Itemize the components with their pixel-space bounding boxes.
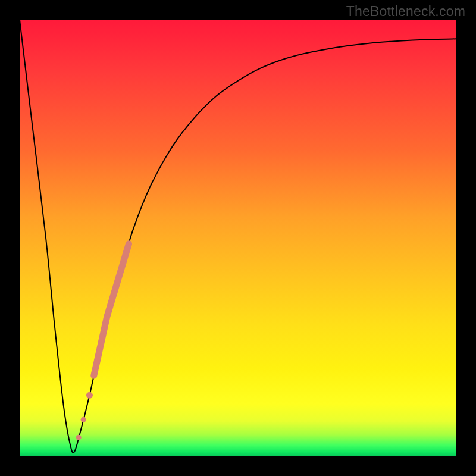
curve-group: [20, 20, 456, 453]
watermark-text: TheBottleneck.com: [346, 4, 465, 20]
marker-dot: [81, 417, 86, 422]
chart-svg: [20, 20, 456, 456]
chart-frame: TheBottleneck.com: [0, 0, 476, 476]
marker-dot: [86, 392, 93, 399]
marker-dot: [76, 435, 82, 440]
plot-area: [20, 20, 456, 456]
marker-segment-thick: [94, 244, 129, 375]
bottleneck-curve: [20, 20, 456, 453]
